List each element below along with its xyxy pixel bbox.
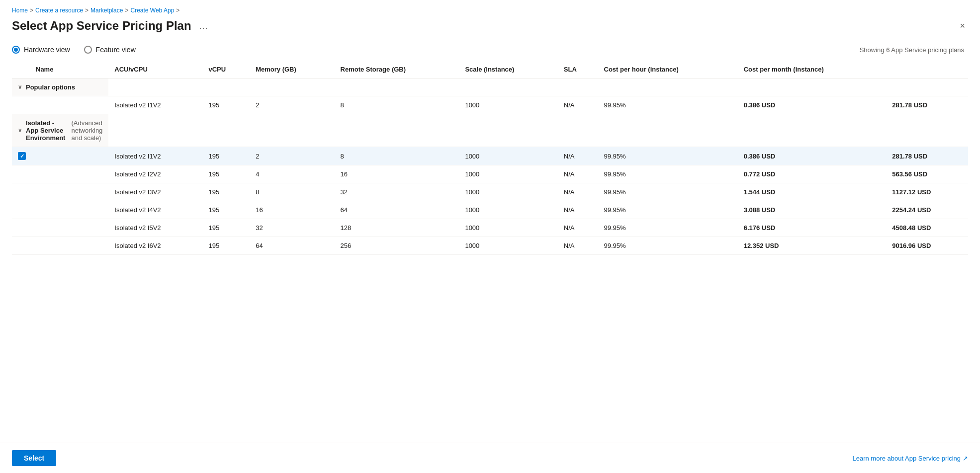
hardware-view-radio[interactable]: [12, 46, 20, 54]
feature-view-option[interactable]: Feature view: [84, 46, 136, 54]
row-cost-month: 1127.12 USD: [886, 183, 968, 201]
row-sla: 99.95%: [598, 183, 738, 201]
row-name: Isolated v2 I1V2: [108, 147, 202, 165]
row-cost-hour: 0.386 USD: [738, 96, 887, 114]
row-acu: 195: [202, 147, 250, 165]
showing-count: Showing 6 App Service pricing plans: [860, 46, 968, 54]
row-scale: N/A: [558, 96, 598, 114]
row-storage: 1000: [459, 201, 557, 219]
row-name: Isolated v2 I3V2: [108, 183, 202, 201]
close-button[interactable]: ×: [957, 20, 968, 31]
row-storage: 1000: [459, 219, 557, 237]
row-vcpu: 64: [250, 237, 334, 255]
row-vcpu: 16: [250, 201, 334, 219]
row-storage: 1000: [459, 165, 557, 183]
row-storage: 1000: [459, 237, 557, 255]
row-vcpu: 8: [250, 183, 334, 201]
table-body: ∨ Popular optionsIsolated v2 I1V21952810…: [12, 79, 968, 255]
row-name: Isolated v2 I6V2: [108, 237, 202, 255]
row-cost-hour: 0.386 USD: [738, 147, 887, 165]
col-cost-month: Cost per month (instance): [738, 61, 887, 79]
row-checkbox-cell[interactable]: [12, 219, 108, 237]
breadcrumb-create-resource[interactable]: Create a resource: [35, 7, 83, 14]
collapse-chevron-icon[interactable]: ∨: [18, 127, 22, 134]
row-scale: N/A: [558, 165, 598, 183]
row-memory: 8: [335, 147, 459, 165]
ellipsis-button[interactable]: ...: [196, 20, 211, 32]
table-row[interactable]: Isolated v2 I1V2195281000N/A99.95%0.386 …: [12, 147, 968, 165]
row-checkbox-cell[interactable]: [12, 201, 108, 219]
row-acu: 195: [202, 96, 250, 114]
col-cost-hour: Cost per hour (instance): [598, 61, 738, 79]
row-memory: 32: [335, 183, 459, 201]
row-vcpu: 32: [250, 219, 334, 237]
checkbox-checked-icon[interactable]: [18, 152, 26, 160]
external-link-icon: ↗: [963, 455, 968, 462]
section-title-note: (Advanced networking and scale): [71, 119, 102, 142]
hardware-view-option[interactable]: Hardware view: [12, 46, 70, 54]
page-header: Select App Service Pricing Plan ... ×: [0, 17, 980, 42]
table-header: Name ACU/vCPU vCPU Memory (GB) Remote St…: [12, 61, 968, 79]
table-row[interactable]: Isolated v2 I3V21958321000N/A99.95%1.544…: [12, 183, 968, 201]
row-cost-month: 281.78 USD: [886, 96, 968, 114]
row-storage: 1000: [459, 183, 557, 201]
feature-view-radio[interactable]: [84, 46, 92, 54]
section-header-row[interactable]: ∨ Isolated - App Service Environment (Ad…: [12, 114, 968, 147]
section-title: Isolated - App Service Environment: [26, 119, 65, 142]
collapse-chevron-icon[interactable]: ∨: [18, 84, 22, 90]
col-storage: Remote Storage (GB): [335, 61, 459, 79]
row-scale: N/A: [558, 237, 598, 255]
row-acu: 195: [202, 219, 250, 237]
row-storage: 1000: [459, 96, 557, 114]
row-cost-hour: 12.352 USD: [738, 237, 887, 255]
row-sla: 99.95%: [598, 237, 738, 255]
col-vcpu: vCPU: [202, 61, 250, 79]
table-row[interactable]: Isolated v2 I6V2195642561000N/A99.95%12.…: [12, 237, 968, 255]
row-checkbox-cell[interactable]: [12, 165, 108, 183]
table-row[interactable]: Isolated v2 I1V2195281000N/A99.95%0.386 …: [12, 96, 968, 114]
row-sla: 99.95%: [598, 96, 738, 114]
row-memory: 8: [335, 96, 459, 114]
breadcrumb-home[interactable]: Home: [12, 7, 28, 14]
row-scale: N/A: [558, 219, 598, 237]
row-memory: 128: [335, 219, 459, 237]
pricing-table: Name ACU/vCPU vCPU Memory (GB) Remote St…: [12, 61, 968, 255]
learn-more-link[interactable]: Learn more about App Service pricing ↗: [852, 455, 968, 462]
row-scale: N/A: [558, 201, 598, 219]
row-sla: 99.95%: [598, 201, 738, 219]
row-acu: 195: [202, 183, 250, 201]
row-vcpu: 2: [250, 147, 334, 165]
row-checkbox-cell[interactable]: [12, 147, 108, 165]
row-cost-month: 9016.96 USD: [886, 237, 968, 255]
row-checkbox-cell[interactable]: [12, 96, 108, 114]
row-sla: 99.95%: [598, 165, 738, 183]
row-sla: 99.95%: [598, 147, 738, 165]
table-row[interactable]: Isolated v2 I4V219516641000N/A99.95%3.08…: [12, 201, 968, 219]
row-checkbox-cell[interactable]: [12, 183, 108, 201]
row-checkbox-cell[interactable]: [12, 237, 108, 255]
col-scale: Scale (instance): [459, 61, 557, 79]
pricing-table-container: Name ACU/vCPU vCPU Memory (GB) Remote St…: [0, 61, 980, 255]
breadcrumb-marketplace[interactable]: Marketplace: [90, 7, 123, 14]
row-name: Isolated v2 I1V2: [108, 96, 202, 114]
row-cost-month: 2254.24 USD: [886, 201, 968, 219]
row-cost-month: 4508.48 USD: [886, 219, 968, 237]
breadcrumb-create-web-app[interactable]: Create Web App: [130, 7, 174, 14]
breadcrumb: Home > Create a resource > Marketplace >…: [0, 0, 980, 17]
row-memory: 256: [335, 237, 459, 255]
section-header-row[interactable]: ∨ Popular options: [12, 79, 968, 96]
select-button[interactable]: Select: [12, 450, 56, 466]
row-name: Isolated v2 I5V2: [108, 219, 202, 237]
table-row[interactable]: Isolated v2 I5V2195321281000N/A99.95%6.1…: [12, 219, 968, 237]
row-acu: 195: [202, 201, 250, 219]
row-name: Isolated v2 I4V2: [108, 201, 202, 219]
row-cost-hour: 0.772 USD: [738, 165, 887, 183]
row-scale: N/A: [558, 183, 598, 201]
hardware-view-label: Hardware view: [24, 46, 70, 54]
row-scale: N/A: [558, 147, 598, 165]
row-acu: 195: [202, 237, 250, 255]
row-cost-hour: 3.088 USD: [738, 201, 887, 219]
row-cost-hour: 6.176 USD: [738, 219, 887, 237]
table-row[interactable]: Isolated v2 I2V21954161000N/A99.95%0.772…: [12, 165, 968, 183]
feature-view-label: Feature view: [96, 46, 136, 54]
